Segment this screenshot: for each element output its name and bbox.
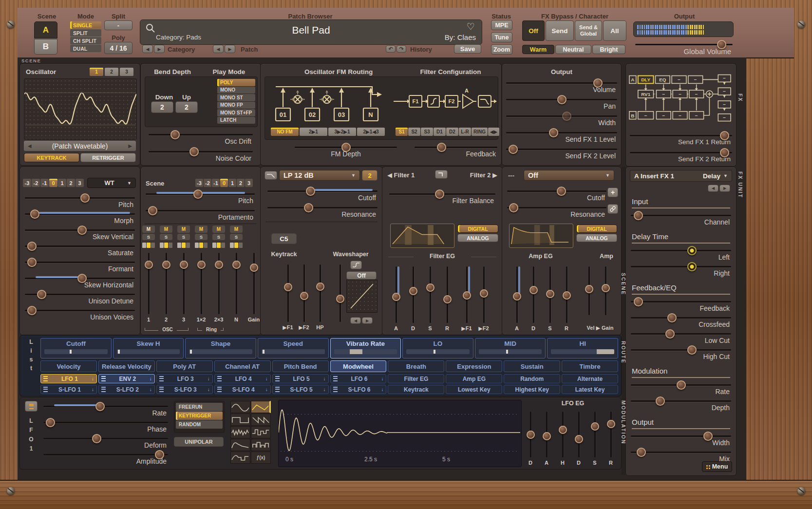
macro-cell-lo[interactable]: LO xyxy=(402,338,473,358)
patch-browser[interactable]: Category: Pads Bell Pad ♡ By: Claes xyxy=(140,19,482,45)
slider-track[interactable] xyxy=(43,422,168,423)
slider-knob-rate[interactable] xyxy=(677,380,686,390)
button-mpe[interactable]: MPE xyxy=(491,20,512,30)
mod-source-poly-at[interactable]: Poly AT xyxy=(156,360,213,372)
macro-cell-hi[interactable]: HI xyxy=(547,338,618,358)
slider-knob-send-fx-1-level[interactable] xyxy=(549,128,558,137)
wavetable-mode-dropdown[interactable]: WT▼ xyxy=(87,178,136,188)
option-split[interactable]: SPLIT xyxy=(70,29,101,37)
bend-up-value[interactable]: 2 xyxy=(175,101,198,113)
hamburger-icon[interactable] xyxy=(43,376,48,381)
unipolar-button[interactable]: UNIPOLAR xyxy=(174,437,224,447)
slider-knob-high-cut[interactable] xyxy=(687,345,697,355)
button-2[interactable]: -2 xyxy=(204,179,211,187)
macro-cell-mid[interactable]: MID xyxy=(475,338,546,358)
slider-track[interactable] xyxy=(631,215,731,216)
filter2-nav-label[interactable]: Filter 2 ▶ xyxy=(470,171,497,179)
waveshaper-icon[interactable] xyxy=(350,261,362,269)
fader-knob[interactable] xyxy=(215,261,223,269)
mod-source-filter-eg[interactable]: Filter EG xyxy=(388,374,444,383)
button-2[interactable]: 2 xyxy=(237,179,245,187)
fader-knob[interactable] xyxy=(575,435,583,443)
scene-b-button[interactable]: B xyxy=(34,39,57,55)
button-2-1[interactable]: 2▶1 xyxy=(300,128,327,136)
button-no-fm[interactable]: NO FM xyxy=(271,128,299,136)
lfo-display[interactable]: 0 s 2.5 s 5 s xyxy=(278,400,522,467)
slider-track[interactable] xyxy=(631,333,731,335)
fm-routing-diagram[interactable]: 0102 03N xyxy=(270,80,392,127)
fader-knob[interactable] xyxy=(392,293,400,301)
keytrack-root-button[interactable]: C5 xyxy=(271,233,297,244)
slider-knob-pitch[interactable] xyxy=(80,193,90,203)
ws-next-button[interactable]: ▶ xyxy=(362,317,373,324)
macro-value-bar[interactable] xyxy=(334,349,397,354)
link-resonance-icon[interactable] xyxy=(607,204,618,214)
option-random[interactable]: RANDOM xyxy=(176,420,223,429)
slider-track[interactable] xyxy=(631,349,731,351)
filter-eg-digital-button[interactable]: DIGITAL xyxy=(457,225,498,233)
fader-track[interactable] xyxy=(287,264,289,322)
slider-knob-cutoff[interactable] xyxy=(306,187,315,196)
mute-button-2[interactable]: M xyxy=(160,226,172,233)
button-send[interactable]: Send xyxy=(546,20,574,41)
button-d1[interactable]: D1 xyxy=(434,128,446,136)
patch-prev-button[interactable]: ◀ xyxy=(213,45,224,53)
fader-track[interactable] xyxy=(340,264,341,322)
chevron-down-icon[interactable]: ↓ xyxy=(265,376,268,381)
mod-source-pitch-bend[interactable]: Pitch Bend xyxy=(272,360,329,372)
wavetable-prev-icon[interactable]: ◀ xyxy=(24,143,36,149)
hamburger-icon[interactable] xyxy=(333,387,338,392)
mod-source-env-2[interactable]: ENV 2↓ xyxy=(98,374,155,383)
filter-routing-icon[interactable] xyxy=(435,170,448,179)
button-item[interactable]: ◀▶ xyxy=(488,128,499,136)
option-latch[interactable]: LATCH xyxy=(217,117,255,124)
slider-knob-resonance[interactable] xyxy=(304,203,313,212)
fader-knob[interactable] xyxy=(602,284,610,292)
button-keytrack[interactable]: KEYTRACK xyxy=(24,153,79,162)
slider-knob-depth[interactable] xyxy=(656,396,665,406)
fader-knob[interactable] xyxy=(197,261,206,269)
option-mono-fp[interactable]: MONO FP xyxy=(217,102,255,109)
fx-prev-button[interactable]: ◀ xyxy=(708,185,718,192)
slider-knob-left[interactable] xyxy=(687,246,697,255)
slider-track[interactable] xyxy=(630,135,732,136)
slider-knob-resonance[interactable] xyxy=(509,203,518,212)
macro-value-bar[interactable] xyxy=(117,349,180,354)
chevron-down-icon[interactable]: ↓ xyxy=(92,376,94,381)
slider-knob-unison-voices[interactable] xyxy=(27,306,37,315)
button-l-r[interactable]: L-R xyxy=(459,128,471,136)
slider-knob-osc-drift[interactable] xyxy=(170,130,180,139)
mod-source-lfo-6[interactable]: LFO 6↓ xyxy=(330,374,387,383)
button-s2[interactable]: S2 xyxy=(408,128,420,136)
fader-knob[interactable] xyxy=(527,431,535,439)
solo-button-2[interactable]: S xyxy=(160,234,172,240)
macro-value-bar[interactable] xyxy=(551,349,614,354)
amp-eg-analog-button[interactable]: ANALOG xyxy=(576,234,617,242)
hamburger-icon[interactable] xyxy=(159,387,164,392)
mod-source-velocity[interactable]: Velocity xyxy=(40,360,97,372)
chevron-down-icon[interactable]: ↓ xyxy=(323,387,326,392)
fader-knob[interactable] xyxy=(250,264,258,272)
fader-knob[interactable] xyxy=(480,289,488,298)
slider-track[interactable] xyxy=(149,134,253,135)
route-indicator-2[interactable] xyxy=(160,243,172,248)
button-retrigger[interactable]: RETRIGGER xyxy=(80,153,136,162)
waveshaper-type[interactable]: Off xyxy=(346,271,377,280)
fader-knob[interactable] xyxy=(443,295,452,303)
hamburger-icon[interactable] xyxy=(275,387,280,392)
fader-track[interactable] xyxy=(533,266,534,323)
mod-source-latest-key[interactable]: Latest Key xyxy=(562,385,618,394)
solo-button-6[interactable]: S xyxy=(230,234,243,240)
fader-knob[interactable] xyxy=(591,422,599,431)
button-all[interactable]: All xyxy=(603,20,626,41)
button-1[interactable]: 1 xyxy=(58,179,66,187)
slider-track[interactable] xyxy=(630,152,732,153)
lfo-wave-step-seq[interactable] xyxy=(251,439,271,451)
lfo-wave-saw[interactable] xyxy=(251,414,271,426)
button-warm[interactable]: Warm xyxy=(522,45,554,54)
fader-knob[interactable] xyxy=(543,432,551,440)
patch-name[interactable]: Bell Pad xyxy=(140,24,482,36)
slider-knob-noise-color[interactable] xyxy=(189,147,199,156)
fader-knob[interactable] xyxy=(607,420,615,428)
slider-knob-deform[interactable] xyxy=(92,434,101,443)
